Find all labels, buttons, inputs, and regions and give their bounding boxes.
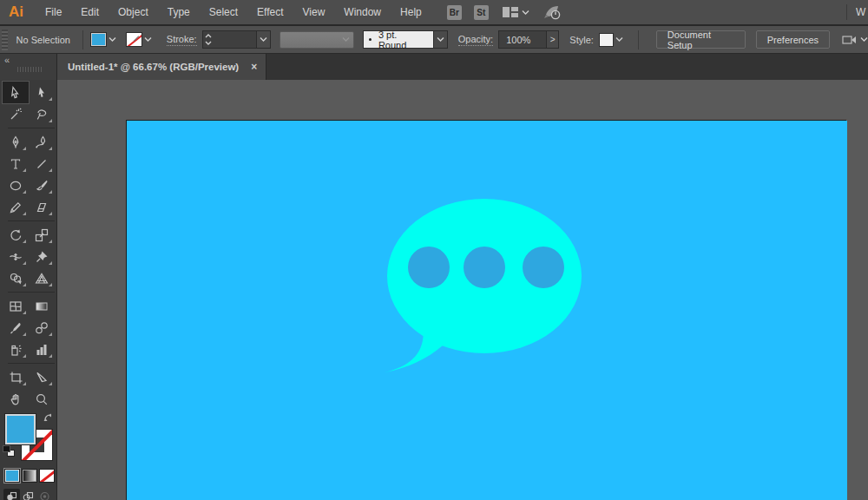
stroke-weight-field[interactable] — [214, 31, 256, 48]
shape-builder-icon — [9, 272, 23, 286]
symbol-sprayer-tool[interactable] — [3, 339, 29, 360]
fill-swatch[interactable] — [4, 413, 36, 445]
gradient-mode-button[interactable] — [22, 469, 37, 483]
stepper-arrows[interactable] — [203, 34, 214, 45]
puppet-warp-tool[interactable] — [29, 246, 55, 267]
style-label: Style: — [569, 35, 594, 45]
menu-view[interactable]: View — [293, 0, 335, 24]
zoom-tool[interactable] — [29, 388, 55, 410]
menu-object[interactable]: Object — [108, 0, 158, 24]
direct-selection-tool[interactable] — [29, 82, 55, 103]
swap-fill-stroke-button[interactable] — [43, 413, 54, 424]
speech-bubble-artwork[interactable] — [127, 121, 847, 500]
bubble-dot-1 — [408, 247, 450, 288]
column-graph-tool[interactable] — [29, 339, 55, 360]
direct-selection-arrow-icon — [35, 86, 49, 100]
opacity-link[interactable]: Opacity: — [458, 34, 493, 46]
arrange-documents-button[interactable] — [503, 7, 529, 17]
default-fill-stroke-button[interactable] — [3, 445, 15, 457]
pen-tool[interactable] — [3, 131, 29, 153]
menu-select[interactable]: Select — [200, 0, 247, 24]
artboard[interactable] — [126, 120, 846, 500]
bridge-button[interactable]: Br — [447, 5, 462, 20]
draw-normal-button[interactable] — [3, 489, 20, 500]
hand-tool[interactable] — [3, 388, 29, 410]
stock-button[interactable]: St — [474, 5, 489, 20]
draw-inside-icon — [39, 491, 50, 500]
artboard-tool[interactable] — [3, 366, 29, 388]
stroke-color-dropdown[interactable] — [142, 31, 155, 48]
stroke-weight-link[interactable]: Stroke: — [167, 34, 197, 46]
tool-separator — [8, 292, 55, 293]
selection-tool[interactable] — [3, 82, 29, 103]
menu-help[interactable]: Help — [391, 0, 431, 24]
illustrator-logo: Ai — [9, 3, 23, 21]
menu-file[interactable]: File — [36, 0, 71, 24]
perspective-grid-tool[interactable] — [29, 267, 55, 289]
document-setup-button[interactable]: Document Setup — [656, 30, 746, 49]
shaper-tool[interactable] — [3, 196, 29, 218]
curvature-tool[interactable] — [29, 131, 55, 153]
gradient-tool[interactable] — [29, 295, 55, 317]
default-stroke-icon — [3, 445, 10, 452]
tools-panel-header[interactable]: « — [0, 54, 57, 80]
chevron-down-icon — [260, 36, 267, 43]
curvature-icon — [35, 135, 49, 149]
graphic-style-dropdown[interactable] — [614, 31, 626, 48]
gpu-performance-button[interactable] — [543, 4, 562, 20]
opacity-expand-button[interactable]: > — [547, 30, 559, 49]
scale-tool[interactable] — [29, 224, 55, 246]
variable-width-profile-button[interactable]: 3 pt. Round — [363, 30, 434, 49]
eraser-tool[interactable] — [29, 196, 55, 218]
rotate-tool[interactable] — [3, 224, 29, 246]
profile-label: 3 pt. Round — [378, 30, 424, 50]
document-tab[interactable]: Untitled-1* @ 66.67% (RGB/Preview) × — [57, 54, 266, 80]
pasteboard[interactable] — [57, 80, 868, 500]
stroke-weight-dropdown[interactable] — [257, 30, 271, 49]
menu-effect[interactable]: Effect — [247, 0, 293, 24]
lasso-tool[interactable] — [29, 103, 55, 125]
variable-width-profile-dropdown[interactable] — [434, 30, 448, 49]
type-tool[interactable] — [3, 153, 29, 174]
chevron-down-icon — [615, 36, 623, 43]
mesh-tool[interactable] — [3, 295, 29, 317]
magic-wand-tool[interactable] — [3, 103, 29, 125]
fill-color-dropdown[interactable] — [107, 31, 119, 48]
none-mode-button[interactable] — [39, 469, 55, 483]
tool-separator — [8, 363, 55, 364]
paintbrush-tool[interactable] — [29, 174, 55, 196]
fill-stroke-area — [0, 413, 57, 464]
collapse-panel-icon[interactable]: « — [4, 55, 9, 65]
menu-bar: Ai File Edit Object Type Select Effect V… — [0, 0, 868, 26]
menu-type[interactable]: Type — [158, 0, 200, 24]
opacity-field[interactable]: 100% — [498, 30, 547, 49]
column-graph-icon — [35, 343, 49, 357]
control-bar: No Selection Stroke: 3 pt. Round — [0, 26, 868, 54]
draw-behind-button[interactable] — [20, 489, 36, 500]
graphic-style-swatch[interactable] — [599, 33, 614, 47]
menu-window[interactable]: Window — [334, 0, 391, 24]
stroke-color-swatch-none[interactable] — [126, 32, 142, 47]
slice-tool[interactable] — [29, 366, 55, 388]
draw-behind-icon — [23, 491, 34, 500]
workspace-switcher[interactable]: W — [856, 6, 868, 18]
rocket-icon — [543, 4, 562, 20]
stroke-weight-stepper[interactable] — [202, 30, 257, 49]
tool-separator — [8, 128, 55, 128]
ellipse-tool[interactable] — [3, 174, 29, 196]
blend-tool[interactable] — [29, 317, 55, 339]
width-tool[interactable] — [3, 246, 29, 267]
eyedropper-tool[interactable] — [3, 317, 29, 339]
control-bar-grip[interactable] — [2, 30, 8, 50]
fill-color-swatch[interactable] — [90, 32, 107, 47]
spray-can-icon — [9, 343, 23, 357]
close-tab-icon[interactable]: × — [251, 61, 257, 73]
document-title: Untitled-1* @ 66.67% (RGB/Preview) — [68, 62, 239, 72]
panel-grip[interactable] — [17, 67, 42, 72]
preferences-button[interactable]: Preferences — [756, 30, 830, 49]
menu-edit[interactable]: Edit — [71, 0, 108, 24]
shape-builder-tool[interactable] — [3, 267, 29, 289]
dock-control-bar-button[interactable] — [842, 34, 868, 46]
line-segment-tool[interactable] — [29, 153, 55, 174]
color-mode-button[interactable] — [4, 469, 20, 483]
